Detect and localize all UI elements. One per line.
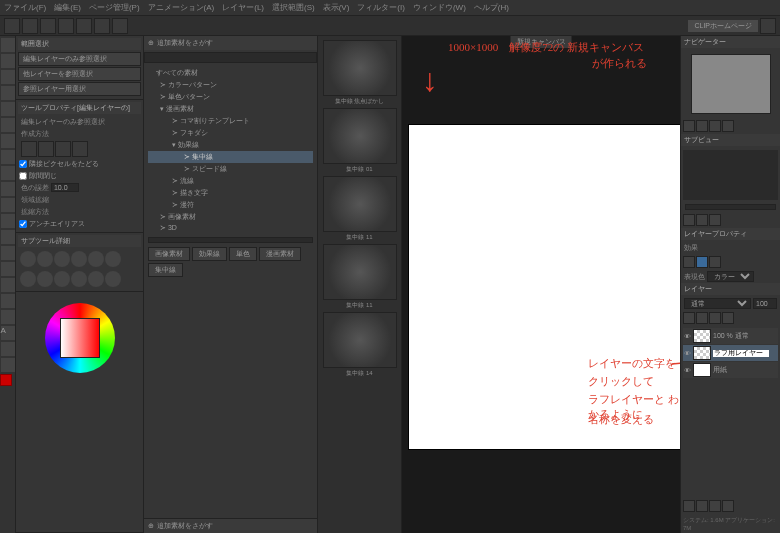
canvas-area[interactable]: 新規キャンバス 1000×1000 解像度72の 新規キャンバス が作られる ↓… bbox=[402, 36, 680, 533]
layer-lock-icon[interactable] bbox=[683, 312, 695, 324]
blend-mode-select[interactable]: 通常 bbox=[684, 298, 751, 309]
nav-zoom-out-icon[interactable] bbox=[683, 120, 695, 132]
tree-mono-pattern[interactable]: ≻ 単色パターン bbox=[148, 91, 313, 103]
select-btn-2[interactable]: 他レイヤーを参照選択 bbox=[18, 67, 141, 81]
balloon-tool-icon[interactable] bbox=[1, 342, 15, 356]
brush-preset-7[interactable] bbox=[20, 271, 36, 287]
ruler-tool-icon[interactable] bbox=[1, 310, 15, 324]
layer-row-3[interactable]: 👁 用紙 bbox=[683, 362, 778, 378]
tree-speed-line[interactable]: ≻ スピード線 bbox=[148, 163, 313, 175]
merge-layer-icon[interactable] bbox=[722, 500, 734, 512]
color-diff-input[interactable] bbox=[51, 183, 79, 192]
brush-preset-12[interactable] bbox=[105, 271, 121, 287]
text-tool-icon[interactable]: A bbox=[1, 326, 15, 340]
tree-scrollbar[interactable] bbox=[148, 237, 313, 243]
menu-help[interactable]: ヘルプ(H) bbox=[474, 2, 509, 13]
antialias-check[interactable]: アンチエイリアス bbox=[18, 218, 141, 230]
tb-new-icon[interactable] bbox=[4, 18, 20, 34]
layer-clip-icon[interactable] bbox=[696, 312, 708, 324]
blend-tool-icon[interactable] bbox=[1, 230, 15, 244]
brush-preset-4[interactable] bbox=[71, 251, 87, 267]
clip-homepage-button[interactable]: CLIPホームページ bbox=[688, 20, 758, 32]
sv-btn-1[interactable] bbox=[683, 214, 695, 226]
menu-window[interactable]: ウィンドウ(W) bbox=[413, 2, 466, 13]
close-gap-check[interactable]: 隙間閉じ bbox=[18, 170, 141, 182]
lasso-tool-icon[interactable] bbox=[1, 86, 15, 100]
subview-slider[interactable] bbox=[685, 204, 776, 210]
menu-select[interactable]: 選択範囲(S) bbox=[272, 2, 315, 13]
airbrush-tool-icon[interactable] bbox=[1, 182, 15, 196]
adjacent-pixel-check[interactable]: 隣接ピクセルをたどる bbox=[18, 158, 141, 170]
eyedropper-tool-icon[interactable] bbox=[1, 118, 15, 132]
menu-anim[interactable]: アニメーション(A) bbox=[148, 2, 215, 13]
effect-icon-1[interactable] bbox=[683, 256, 695, 268]
brush-preset-5[interactable] bbox=[88, 251, 104, 267]
foreground-color[interactable] bbox=[0, 374, 12, 386]
pencil-tool-icon[interactable] bbox=[1, 150, 15, 164]
delete-layer-icon[interactable] bbox=[709, 500, 721, 512]
filter-mono[interactable]: 単色 bbox=[229, 247, 257, 261]
tb-save-icon[interactable] bbox=[40, 18, 56, 34]
decoration-tool-icon[interactable] bbox=[1, 198, 15, 212]
brush-preset-10[interactable] bbox=[71, 271, 87, 287]
filter-focus[interactable]: 集中線 bbox=[148, 263, 183, 277]
tree-image-mat[interactable]: ≻ 画像素材 bbox=[148, 211, 313, 223]
tree-color-pattern[interactable]: ≻ カラーパターン bbox=[148, 79, 313, 91]
brush-preset-8[interactable] bbox=[37, 271, 53, 287]
navigator-preview[interactable] bbox=[691, 54, 771, 114]
brush-tool-icon[interactable] bbox=[1, 166, 15, 180]
color-mode-select[interactable]: カラー bbox=[707, 271, 754, 282]
canvas-tab[interactable]: 新規キャンバス bbox=[511, 36, 572, 48]
menu-page[interactable]: ページ管理(P) bbox=[89, 2, 140, 13]
mode-icon-4[interactable] bbox=[72, 141, 88, 157]
tb-undo-icon[interactable] bbox=[58, 18, 74, 34]
brush-preset-3[interactable] bbox=[54, 251, 70, 267]
new-layer-icon[interactable] bbox=[683, 500, 695, 512]
mat-thumb-3[interactable] bbox=[323, 176, 397, 232]
mode-icon-2[interactable] bbox=[38, 141, 54, 157]
new-folder-icon[interactable] bbox=[696, 500, 708, 512]
tree-manpu[interactable]: ≻ 漫符 bbox=[148, 199, 313, 211]
layer-row-1[interactable]: 👁 100 % 通常 bbox=[683, 328, 778, 344]
eraser-tool-icon[interactable] bbox=[1, 214, 15, 228]
material-search-input[interactable] bbox=[144, 52, 317, 63]
mat-thumb-1[interactable] bbox=[323, 40, 397, 96]
sv-btn-3[interactable] bbox=[709, 214, 721, 226]
menu-edit[interactable]: 編集(E) bbox=[54, 2, 81, 13]
mode-icon-1[interactable] bbox=[21, 141, 37, 157]
tree-effect-line[interactable]: ▾ 効果線 bbox=[148, 139, 313, 151]
magnify-tool-icon[interactable] bbox=[1, 38, 15, 52]
filter-effect[interactable]: 効果線 bbox=[192, 247, 227, 261]
tree-balloon[interactable]: ≻ フキダシ bbox=[148, 127, 313, 139]
effect-icon-3[interactable] bbox=[709, 256, 721, 268]
subview-area[interactable] bbox=[683, 150, 778, 200]
tree-draw-text[interactable]: ≻ 描き文字 bbox=[148, 187, 313, 199]
frame-tool-icon[interactable] bbox=[1, 294, 15, 308]
layer-ref-icon[interactable] bbox=[709, 312, 721, 324]
tree-manga[interactable]: ▾ 漫画素材 bbox=[148, 103, 313, 115]
gradient-tool-icon[interactable] bbox=[1, 262, 15, 276]
tree-focus-line[interactable]: ≻ 集中線 bbox=[148, 151, 313, 163]
nav-fit-icon[interactable] bbox=[709, 120, 721, 132]
material-footer-label[interactable]: 追加素材をさがす bbox=[157, 521, 213, 531]
brush-preset-2[interactable] bbox=[37, 251, 53, 267]
layer-row-2[interactable]: 👁 bbox=[683, 345, 778, 361]
fill-tool-icon[interactable] bbox=[1, 246, 15, 260]
menu-view[interactable]: 表示(V) bbox=[323, 2, 350, 13]
brush-preset-11[interactable] bbox=[88, 271, 104, 287]
select-btn-3[interactable]: 参照レイヤー用選択 bbox=[18, 82, 141, 96]
brush-preset-9[interactable] bbox=[54, 271, 70, 287]
correct-tool-icon[interactable] bbox=[1, 358, 15, 372]
tree-all[interactable]: すべての素材 bbox=[148, 67, 313, 79]
tb-cut-icon[interactable] bbox=[94, 18, 110, 34]
pen-tool-icon[interactable] bbox=[1, 134, 15, 148]
brush-preset-1[interactable] bbox=[20, 251, 36, 267]
menu-file[interactable]: ファイル(F) bbox=[4, 2, 46, 13]
filter-image[interactable]: 画像素材 bbox=[148, 247, 190, 261]
layer-name-input[interactable] bbox=[713, 350, 769, 357]
layer-draft-icon[interactable] bbox=[722, 312, 734, 324]
effect-icon-2[interactable] bbox=[696, 256, 708, 268]
tb-extra-icon[interactable] bbox=[760, 18, 776, 34]
mode-icon-3[interactable] bbox=[55, 141, 71, 157]
filter-manga[interactable]: 漫画素材 bbox=[259, 247, 301, 261]
